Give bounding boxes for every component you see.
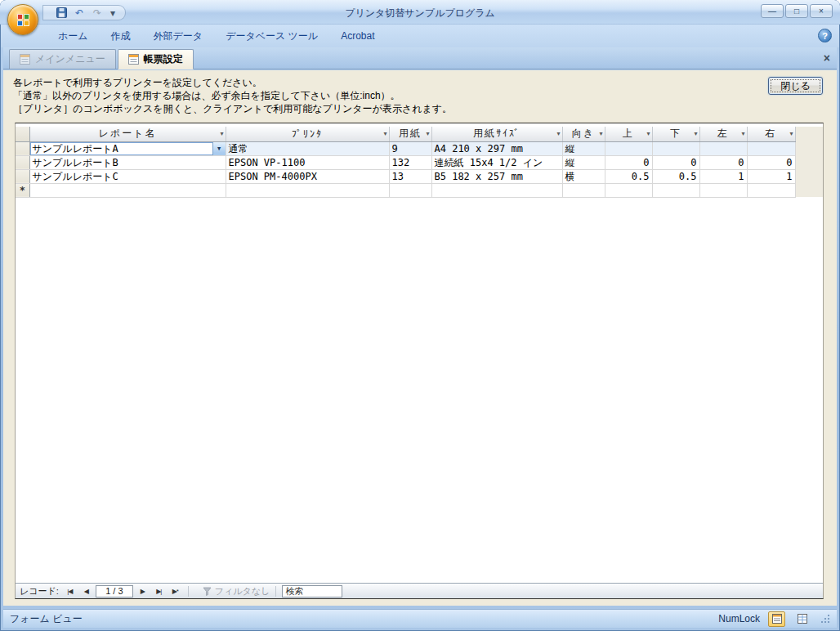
combo-dropdown-button[interactable]: ▼ [212,142,226,155]
sort-filter-icon[interactable]: ▾ [383,130,386,137]
cell-margin-bottom[interactable] [652,183,699,197]
cell-printer[interactable]: EPSON PM-4000PX [226,169,389,183]
cell-margin-bottom[interactable] [652,141,699,155]
previous-record-button[interactable]: ◀ [79,585,93,597]
column-header-margin-left[interactable]: 左▾ [699,127,747,141]
first-record-button[interactable]: |◀ [63,585,77,597]
cell-paper[interactable]: 132 [389,155,431,169]
cell-margin-left[interactable] [699,183,747,197]
maximize-button[interactable]: □ [785,4,808,18]
column-header-margin-right[interactable]: 右▾ [747,127,795,141]
sort-filter-icon[interactable]: ▾ [426,130,429,137]
cell-orientation[interactable]: 横 [562,169,605,183]
cell-paper[interactable] [389,183,431,197]
cell-margin-right[interactable] [747,141,795,155]
table-row-report-a: サンプルレポートA ▼ 通常 9 A4 210 x 297 mm 縦 [16,141,795,155]
record-selector[interactable] [16,169,29,183]
cell-report-name[interactable]: サンプルレポートB [29,155,226,169]
cell-margin-left[interactable] [699,141,747,155]
new-record-selector[interactable]: * [16,183,29,197]
column-label: 用紙 [399,128,422,139]
cell-report-name[interactable]: サンプルレポートC [29,169,226,183]
ribbon-tab-external-data[interactable]: 外部データ [142,25,215,48]
cell-printer[interactable]: EPSON VP-1100 [226,155,389,169]
instruction-line-2: 「通常」以外のプリンタを使用する場合は、必ず余白を指定して下さい（単位:inch… [13,89,452,102]
column-header-margin-bottom[interactable]: 下▾ [652,127,699,141]
resize-grip[interactable] [819,613,830,624]
cell-margin-top[interactable]: 0 [605,155,652,169]
cell-report-name[interactable]: サンプルレポートA ▼ [29,141,226,155]
search-input[interactable] [282,585,342,597]
ribbon-tab-create[interactable]: 作成 [100,25,142,48]
cell-orientation[interactable]: 縦 [562,155,605,169]
ribbon-tab-acrobat[interactable]: Acrobat [329,25,386,47]
filter-status-button[interactable]: フィルタなし [203,585,270,597]
cell-printer[interactable] [226,183,389,197]
table-row-new-record: * [16,183,795,197]
column-header-margin-top[interactable]: 上▾ [605,127,652,141]
form-view-button[interactable] [768,611,785,627]
form-report-settings: 各レポートで利用するプリンターを設定してください。 「通常」以外のプリンタを使用… [3,70,837,606]
cell-margin-left[interactable]: 0 [699,155,747,169]
record-navigation-bar: レコード: |◀ ◀ 1 / 3 ▶ ▶| ▶* フィルタなし [16,583,823,598]
column-header-paper[interactable]: 用紙▾ [389,127,431,141]
new-record-button[interactable]: ▶* [168,585,182,597]
cell-paper-size[interactable]: B5 182 x 257 mm [431,169,562,183]
cell-paper[interactable]: 13 [389,169,431,183]
sort-filter-icon[interactable]: ▾ [789,130,793,137]
sort-filter-icon[interactable]: ▾ [599,130,602,137]
ribbon-tab-database-tools[interactable]: データベース ツール [214,25,329,48]
cell-printer[interactable]: 通常 [226,141,389,155]
tab-report-settings[interactable]: 帳票設定 [118,49,194,69]
sort-filter-icon[interactable]: ▾ [741,130,744,137]
sort-filter-icon[interactable]: ▾ [556,130,560,137]
qat-customize-icon[interactable]: ▾ [109,7,117,20]
sort-filter-icon[interactable]: ▾ [694,130,697,137]
select-all-corner[interactable] [16,127,29,141]
column-header-orientation[interactable]: 向き▾ [562,127,605,141]
cell-report-name[interactable] [29,183,226,197]
ribbon-tab-bar: ホーム 作成 外部データ データベース ツール Acrobat ? [1,25,839,47]
column-header-paper-size[interactable]: 用紙ｻｲｽﾞ▾ [431,127,562,141]
datasheet-table: レポート名▾ ﾌﾟﾘﾝﾀ▾ 用紙▾ 用紙ｻｲｽﾞ▾ 向き▾ 上▾ 下▾ 左▾ 右… [16,127,796,198]
save-icon[interactable] [55,7,68,20]
record-selector[interactable] [16,141,29,155]
cell-margin-right[interactable]: 1 [747,169,795,183]
cell-margin-left[interactable]: 1 [699,169,747,183]
next-record-button[interactable]: ▶ [136,585,150,597]
cell-margin-top[interactable] [605,141,652,155]
office-button[interactable] [7,4,38,35]
cell-paper-size[interactable]: A4 210 x 297 mm [431,141,562,155]
cell-orientation[interactable]: 縦 [562,141,605,155]
cell-paper[interactable]: 9 [389,141,431,155]
cell-margin-bottom[interactable]: 0 [652,155,699,169]
cell-paper-size[interactable] [431,183,562,197]
close-form-button[interactable]: 閉じる [768,77,823,95]
record-selector[interactable] [16,155,29,169]
sort-filter-icon[interactable]: ▾ [220,130,223,137]
cell-margin-right[interactable]: 0 [747,155,795,169]
column-label: 左 [717,128,729,139]
cell-margin-top[interactable]: 0.5 [605,169,652,183]
redo-icon[interactable]: ↷ [91,7,104,20]
document-close-icon[interactable]: × [824,52,830,64]
close-window-button[interactable]: × [810,4,833,18]
help-icon[interactable]: ? [818,29,832,43]
cell-orientation[interactable] [562,183,605,197]
nav-separator [188,586,189,597]
sort-filter-icon[interactable]: ▾ [646,130,650,137]
record-position-box[interactable]: 1 / 3 [96,585,133,597]
undo-icon[interactable]: ↶ [73,7,86,20]
cell-margin-right[interactable] [747,183,795,197]
tab-label: メインメニュー [35,52,105,66]
datasheet-view-button[interactable] [793,611,811,627]
column-header-report-name[interactable]: レポート名▾ [29,127,226,141]
column-header-printer[interactable]: ﾌﾟﾘﾝﾀ▾ [226,127,389,141]
cell-margin-top[interactable] [605,183,652,197]
ribbon-tab-home[interactable]: ホーム [47,25,100,48]
cell-paper-size[interactable]: 連続紙 15x4 1/2 イン [431,155,562,169]
last-record-button[interactable]: ▶| [152,585,166,597]
cell-margin-bottom[interactable]: 0.5 [652,169,699,183]
tab-main-menu[interactable]: メインメニュー [9,49,116,69]
minimize-button[interactable]: — [761,4,784,18]
